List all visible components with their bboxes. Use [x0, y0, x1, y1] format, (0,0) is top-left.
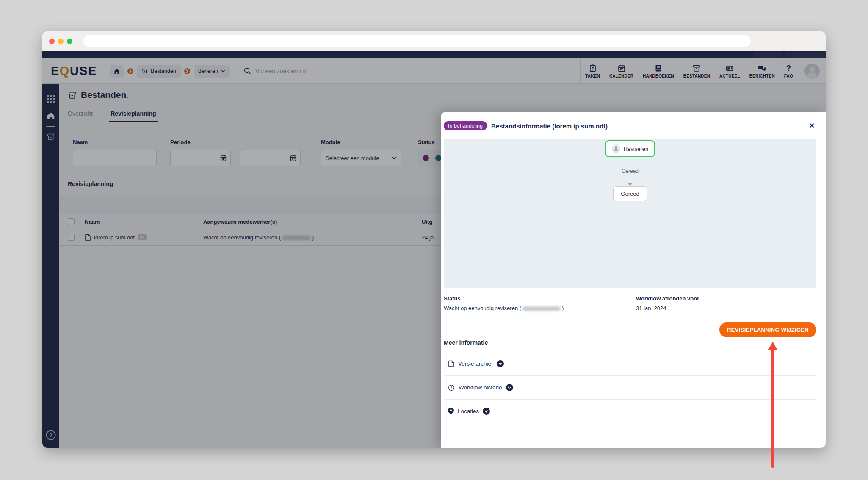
workflow-diagram: Reviseren Gereed Gereed — [444, 139, 816, 288]
web-page: EQUSE ❯ Bestanden ❯ — [42, 51, 826, 448]
arrow-head-icon — [768, 341, 777, 350]
redacted-name — [522, 306, 561, 311]
accordion-workflow-historie[interactable]: Workflow historie — [444, 376, 816, 400]
status-label: Status — [444, 295, 636, 302]
close-window-button[interactable] — [49, 39, 55, 44]
chevron-down-circle-icon[interactable] — [483, 408, 490, 415]
person-icon — [612, 144, 620, 153]
accordion-label: Workflow historie — [459, 384, 502, 391]
minimize-window-button[interactable] — [58, 39, 64, 44]
revisieplanning-wijzigen-button[interactable]: REVISIEPLANNING WIJZIGEN — [719, 322, 816, 337]
document-icon — [448, 360, 454, 367]
traffic-lights — [49, 39, 72, 44]
desktop: EQUSE ❯ Bestanden ❯ — [0, 0, 868, 480]
divider — [444, 319, 816, 319]
workflow-edge-line — [630, 157, 630, 166]
maximize-window-button[interactable] — [67, 39, 72, 44]
accordion-label: Versie archief — [458, 361, 493, 367]
panel-header: In behandeling Bestandsinformatie (lorem… — [444, 112, 816, 139]
chevron-down-circle-icon[interactable] — [497, 360, 504, 367]
workflow-node-gereed: Gereed — [613, 186, 647, 201]
workflow-edge-label: Gereed — [622, 168, 639, 174]
deadline-value: 31 jan. 2024 — [636, 305, 816, 311]
arrow-line — [771, 349, 774, 468]
clock-icon — [448, 384, 455, 391]
chevron-down-circle-icon[interactable] — [506, 384, 513, 391]
browser-chrome — [42, 31, 826, 51]
status-value: Wacht op eenvoudig reviseren () — [444, 305, 636, 311]
browser-window: EQUSE ❯ Bestanden ❯ — [42, 31, 826, 448]
url-bar[interactable] — [83, 35, 751, 47]
accordion-versie-archief[interactable]: Versie archief — [444, 352, 816, 376]
accordion-locaties[interactable]: Locaties — [444, 400, 816, 423]
location-pin-icon — [448, 408, 454, 415]
info-grid: Status Wacht op eenvoudig reviseren () W… — [444, 295, 816, 311]
workflow-node-reviseren[interactable]: Reviseren — [605, 140, 655, 157]
panel-title: Bestandsinformatie (lorem ip sum.odt) — [491, 122, 807, 130]
workflow-arrowhead-icon — [628, 183, 633, 186]
workflow-node-label: Reviseren — [624, 146, 649, 152]
accordion-label: Locaties — [458, 408, 479, 414]
more-info-heading: Meer informatie — [444, 339, 816, 346]
close-icon[interactable]: ✕ — [807, 121, 816, 131]
more-info-accordion: Versie archief Workflow historie — [444, 352, 816, 423]
deadline-label: Workflow afronden voor — [636, 295, 816, 302]
bestandsinformatie-panel: In behandeling Bestandsinformatie (lorem… — [441, 112, 826, 448]
workflow-edge-line — [630, 176, 630, 183]
status-badge: In behandeling — [444, 121, 487, 130]
